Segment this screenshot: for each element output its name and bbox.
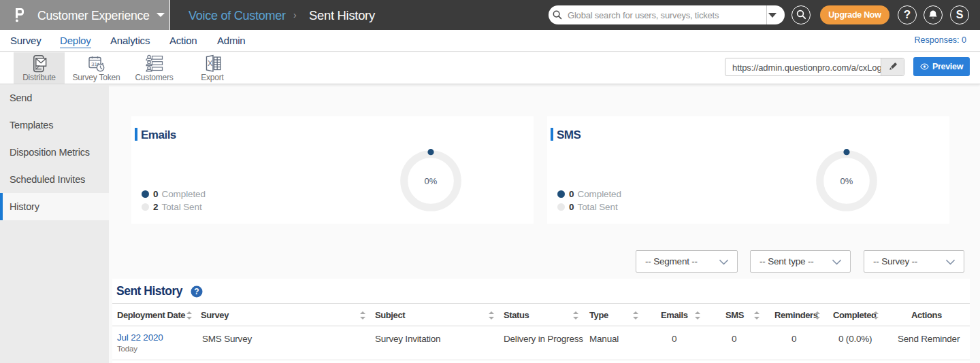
svg-text:0%: 0% xyxy=(425,176,438,186)
svg-text:?: ? xyxy=(194,287,199,296)
svg-text:X: X xyxy=(208,59,213,67)
svg-text:0%: 0% xyxy=(840,176,853,186)
svg-text:31: 31 xyxy=(91,61,97,67)
